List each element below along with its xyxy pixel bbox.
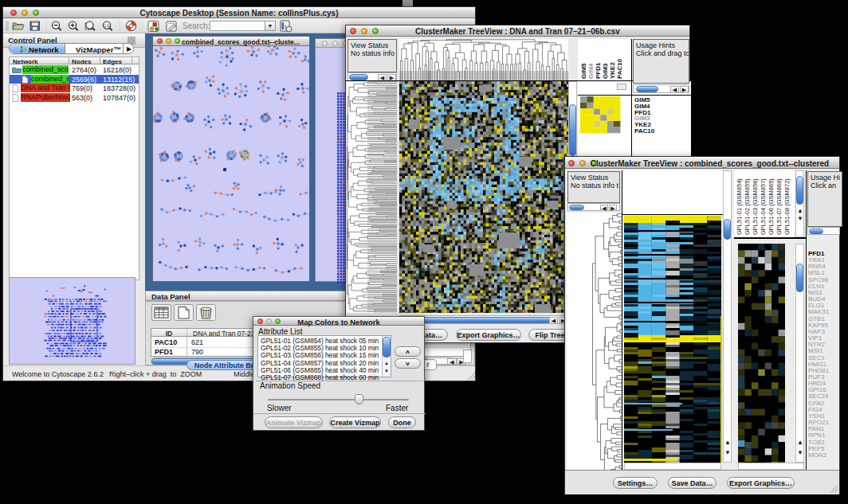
svg-text:PFD1: PFD1 <box>595 62 602 79</box>
svg-text:GPL51-03 (GSM856): GPL51-03 (GSM856) <box>752 178 759 235</box>
svg-text:GPL51-04 (GSM857): GPL51-04 (GSM857) <box>760 178 767 235</box>
svg-text:GIM3: GIM3 <box>602 63 609 79</box>
svg-text:GPL51-01 (GSM854): GPL51-01 (GSM854) <box>736 178 743 235</box>
svg-text:YKE2: YKE2 <box>609 62 616 79</box>
svg-text:GPL51-07 (GSM868): GPL51-07 (GSM868) <box>775 178 783 235</box>
svg-text:1:1: 1:1 <box>104 24 110 28</box>
svg-text:GPL51-08 (GSM872): GPL51-08 (GSM872) <box>783 178 791 235</box>
svg-text:GPL51-02 (GSM855): GPL51-02 (GSM855) <box>744 178 751 235</box>
svg-text:PAC10: PAC10 <box>616 58 623 79</box>
svg-text:GPL51-06 (GSM865): GPL51-06 (GSM865) <box>768 178 775 235</box>
svg-text:GIM4: GIM4 <box>587 63 595 79</box>
svg-text:GIM5: GIM5 <box>580 63 587 79</box>
